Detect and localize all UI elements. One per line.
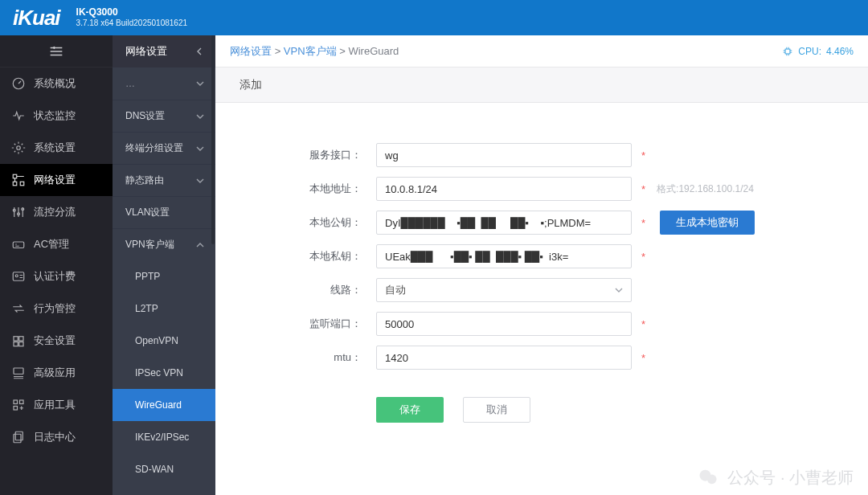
nav2-terminal-group[interactable]: 终端分组设置	[113, 132, 215, 164]
nav1-overview[interactable]: 系统概况	[0, 68, 113, 100]
svg-rect-17	[20, 400, 24, 404]
scrollbar[interactable]	[211, 35, 215, 244]
nav2-l2tp[interactable]: L2TP	[113, 292, 215, 325]
header-info: IK-Q3000 3.7.18 x64 Build202501081621	[76, 7, 187, 27]
input-mtu[interactable]	[376, 346, 632, 370]
cpu-icon	[782, 46, 793, 57]
nav1-status[interactable]: 状态监控	[0, 100, 113, 132]
gauge-icon	[11, 76, 26, 91]
cpu-indicator: CPU: 4.46%	[782, 46, 854, 57]
grid-icon	[11, 398, 26, 412]
nav2-item-trunc[interactable]: …	[113, 68, 215, 100]
app-header: iKuai IK-Q3000 3.7.18 x64 Build202501081…	[0, 0, 868, 35]
nav2-vlan[interactable]: VLAN设置	[113, 196, 215, 228]
nav2-wireguard[interactable]: WireGuard	[113, 389, 215, 421]
nav1-security[interactable]: 安全设置	[0, 325, 113, 357]
nav2-static-route[interactable]: 静态路由	[113, 164, 215, 196]
svg-rect-9	[13, 272, 24, 281]
nav2-label: VLAN设置	[125, 206, 170, 219]
chevron-down-icon	[196, 177, 204, 185]
cancel-button[interactable]: 取消	[463, 397, 530, 423]
secondary-nav: 网络设置 … DNS设置 终端分组设置 静态路由 VLAN设置 VPN客户端 P…	[113, 35, 215, 495]
nav1-tools[interactable]: 应用工具	[0, 389, 113, 421]
nav1-label: AC管理	[34, 237, 69, 252]
cpu-value: 4.46%	[826, 46, 854, 57]
svg-point-1	[17, 146, 21, 150]
nav2-vpn-client[interactable]: VPN客户端	[113, 228, 215, 260]
chevron-down-icon	[615, 286, 623, 294]
svg-rect-12	[19, 337, 23, 341]
primary-nav: 系统概况 状态监控 系统设置 网络设置 流控分流 AC管理 认证计费 行为管控 …	[0, 35, 113, 495]
chevron-left-icon[interactable]	[196, 47, 204, 55]
input-local-privkey[interactable]	[376, 244, 632, 268]
nav2-title: 网络设置	[113, 35, 215, 68]
brand-logo: iKuai	[13, 6, 60, 31]
svg-point-10	[15, 275, 18, 277]
nav1-auth[interactable]: 认证计费	[0, 260, 113, 292]
nav1-flow[interactable]: 流控分流	[0, 196, 113, 228]
generate-key-button[interactable]: 生成本地密钥	[660, 211, 755, 235]
save-button[interactable]: 保存	[376, 397, 444, 423]
required-mark: *	[641, 217, 645, 229]
app-icon	[11, 366, 26, 380]
nav2-sdwan[interactable]: SD-WAN	[113, 453, 215, 485]
nav2-openvpn[interactable]: OpenVPN	[113, 325, 215, 357]
watermark: 公众号 · 小曹老师	[697, 466, 854, 489]
device-model: IK-Q3000	[76, 7, 187, 18]
nav2-label: PPTP	[135, 271, 160, 282]
sliders-icon	[11, 205, 26, 219]
network-icon	[11, 173, 26, 187]
nav1-advanced[interactable]: 高级应用	[0, 357, 113, 389]
select-line[interactable]: 自动	[376, 278, 632, 302]
nav2-label: IKEv2/IPSec	[135, 432, 189, 443]
firmware-build: 3.7.18 x64 Build202501081621	[76, 18, 187, 28]
nav2-label: 静态路由	[125, 174, 164, 187]
id-icon	[11, 269, 26, 284]
nav2-ipsec[interactable]: IPSec VPN	[113, 357, 215, 389]
input-listen-port[interactable]	[376, 312, 632, 336]
nav2-pptp[interactable]: PPTP	[113, 260, 215, 292]
wireguard-form: 服务接口： * 本地地址： * 格式:192.168.100.1/24 本地公钥…	[215, 103, 868, 423]
nav1-label: 行为管控	[34, 301, 76, 316]
input-service-if[interactable]	[376, 143, 632, 167]
required-mark: *	[641, 352, 645, 364]
gear-icon	[11, 141, 26, 155]
crumb-network[interactable]: 网络设置	[230, 45, 272, 57]
chevron-down-icon	[196, 80, 204, 88]
chevron-down-icon	[196, 112, 204, 121]
nav1-label: 日志中心	[34, 430, 76, 444]
nav1-label: 状态监控	[34, 108, 76, 123]
nav2-label: VPN客户端	[125, 238, 174, 252]
activity-icon	[11, 108, 26, 123]
nav1-behavior[interactable]: 行为管控	[0, 292, 113, 325]
nav2-label: IPSec VPN	[135, 367, 183, 378]
nav2-label: OpenVPN	[135, 335, 178, 346]
collapse-toggle[interactable]	[0, 35, 113, 68]
svg-rect-11	[14, 337, 18, 341]
crumb-vpnclient[interactable]: VPN客户端	[284, 45, 337, 57]
label-listen-port: 监听端口：	[215, 317, 376, 331]
nav1-label: 安全设置	[34, 333, 76, 348]
nav2-ikev2[interactable]: IKEv2/IPSec	[113, 421, 215, 453]
hint-local-addr: 格式:192.168.100.1/24	[657, 182, 754, 196]
nav2-dns[interactable]: DNS设置	[113, 100, 215, 132]
input-local-addr[interactable]	[376, 177, 632, 201]
main-panel: 网络设置 > VPN客户端 > WireGuard CPU: 4.46% 添加 …	[215, 35, 868, 495]
nav2-title-text: 网络设置	[125, 44, 167, 59]
input-local-pubkey[interactable]	[376, 211, 632, 235]
required-mark: *	[641, 183, 645, 195]
nav2-label: DNS设置	[125, 109, 165, 123]
nav1-network[interactable]: 网络设置	[0, 164, 113, 196]
wifi-icon	[11, 237, 26, 252]
label-service-if: 服务接口：	[215, 148, 376, 162]
label-mtu: mtu：	[215, 350, 376, 365]
nav1-logs[interactable]: 日志中心	[0, 421, 113, 453]
svg-rect-18	[14, 407, 18, 411]
svg-rect-20	[14, 434, 21, 443]
svg-rect-2	[13, 174, 17, 178]
svg-rect-19	[15, 432, 23, 440]
crumb-wireguard: WireGuard	[348, 45, 399, 57]
nav1-ac[interactable]: AC管理	[0, 228, 113, 260]
required-mark: *	[641, 251, 645, 263]
nav1-system[interactable]: 系统设置	[0, 132, 113, 164]
